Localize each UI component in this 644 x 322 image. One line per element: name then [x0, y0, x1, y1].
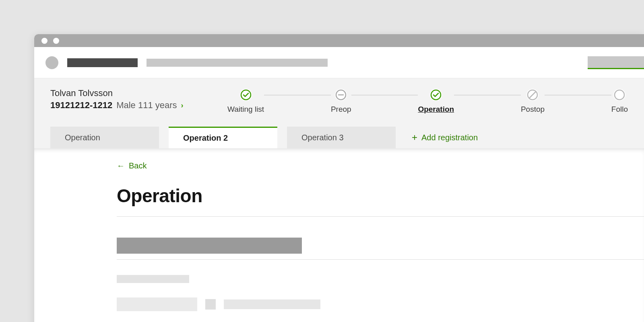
step-label: Postop: [521, 105, 545, 114]
svg-point-0: [241, 90, 251, 100]
page-title: Operation: [117, 185, 644, 207]
progress-stepper: Waiting list Preop Operation: [227, 88, 628, 114]
step-label: Preop: [331, 105, 351, 114]
field-label-placeholder: [117, 275, 189, 283]
svg-point-3: [431, 90, 441, 100]
step-connector: [454, 95, 521, 95]
window-titlebar: [34, 34, 644, 47]
add-registration-label: Add registration: [421, 133, 478, 142]
divider: [117, 259, 644, 260]
circle-icon: [613, 89, 625, 101]
tab-operation[interactable]: Operation: [50, 127, 159, 148]
patient-header: Tolvan Tolvsson 19121212-1212 Male 111 y…: [34, 78, 644, 148]
divider: [117, 216, 644, 217]
window-control-dot[interactable]: [53, 38, 59, 44]
check-circle-icon: [430, 89, 442, 101]
chevron-right-icon[interactable]: ›: [181, 101, 184, 110]
field-text-placeholder: [224, 299, 320, 309]
back-link[interactable]: ← Back: [117, 161, 644, 170]
minus-circle-icon: [335, 89, 347, 101]
step-followup[interactable]: Follo: [611, 89, 628, 114]
svg-line-5: [529, 92, 536, 98]
check-circle-icon: [240, 89, 252, 101]
back-label: Back: [129, 161, 147, 170]
topbar-title-placeholder: [67, 58, 138, 67]
checkbox-placeholder[interactable]: [205, 299, 216, 310]
patient-name: Tolvan Tolvsson: [50, 88, 227, 98]
slash-circle-icon: [526, 89, 539, 101]
plus-icon: +: [412, 133, 417, 142]
topbar-action-placeholder[interactable]: [588, 56, 644, 69]
content-area: ← Back Operation: [34, 148, 644, 322]
topbar: [34, 47, 644, 78]
step-postop[interactable]: Postop: [521, 89, 545, 114]
tabs: Operation Operation 2 Operation 3 + Add …: [50, 127, 628, 148]
topbar-subtitle-placeholder: [147, 59, 328, 67]
section-heading-placeholder: [117, 238, 302, 254]
svg-point-6: [615, 90, 624, 100]
patient-demographics: Male 111 years: [116, 100, 177, 111]
tab-operation-3[interactable]: Operation 3: [287, 127, 396, 148]
step-label: Waiting list: [227, 105, 264, 114]
avatar-placeholder: [45, 56, 58, 69]
step-waiting-list[interactable]: Waiting list: [227, 89, 264, 114]
patient-info: Tolvan Tolvsson 19121212-1212 Male 111 y…: [50, 88, 227, 111]
field-input-placeholder[interactable]: [117, 297, 197, 311]
step-connector: [264, 95, 331, 95]
tab-operation-2[interactable]: Operation 2: [169, 127, 277, 148]
patient-id: 19121212-1212: [50, 100, 112, 111]
arrow-left-icon: ←: [117, 161, 125, 170]
step-operation[interactable]: Operation: [418, 89, 454, 114]
step-connector: [545, 95, 611, 95]
step-label: Follo: [611, 105, 628, 114]
window-control-dot[interactable]: [41, 38, 47, 44]
add-registration-button[interactable]: + Add registration: [412, 133, 478, 142]
app-window: Tolvan Tolvsson 19121212-1212 Male 111 y…: [34, 34, 644, 322]
step-connector: [351, 95, 418, 95]
step-preop[interactable]: Preop: [331, 89, 351, 114]
step-label: Operation: [418, 105, 454, 114]
